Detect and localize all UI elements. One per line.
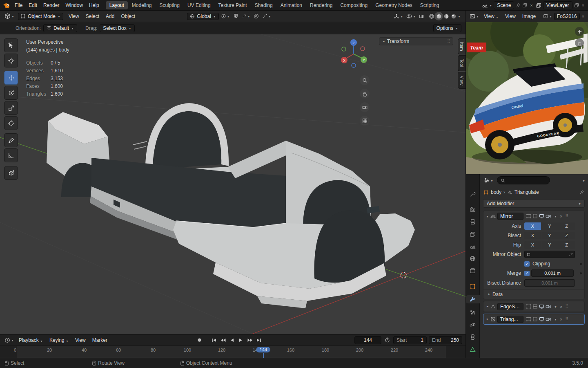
pan-hand-icon[interactable] (360, 89, 370, 99)
animate-dot[interactable] (580, 263, 582, 265)
breadcrumb-modifier[interactable]: Triangulate (514, 189, 539, 195)
workspace-tab-compositing[interactable]: Compositing (336, 1, 371, 9)
orientation-default-dropdown[interactable]: Default ▼ (43, 24, 77, 32)
viewlayer-icon[interactable] (536, 2, 541, 8)
eyedropper-icon[interactable] (568, 252, 573, 257)
new-scene-icon[interactable] (522, 3, 527, 8)
workspace-tab-geometry-nodes[interactable]: Geometry Nodes (372, 1, 416, 9)
drag-mode-dropdown[interactable]: Select Box ▼ (100, 24, 134, 32)
add-modifier-dropdown[interactable]: Add Modifier ▼ (483, 199, 585, 208)
snap-magnet-icon[interactable] (232, 13, 240, 20)
editor-type-image-icon[interactable]: ▼ (468, 13, 480, 20)
delete-modifier-icon[interactable]: × (559, 304, 564, 309)
sidebar-tab-view[interactable]: View (458, 72, 466, 89)
playhead-badge[interactable]: 144 (256, 347, 270, 352)
drag-handle-icon[interactable]: ⠿ (565, 213, 568, 219)
play-reverse-icon[interactable] (228, 337, 236, 344)
scene-name-field[interactable]: Scene (494, 1, 514, 9)
tool-annotate[interactable] (4, 133, 18, 147)
mirror-modifier-header[interactable]: ▼ Mirror ▼ × ⠿ (483, 211, 584, 221)
menu-object[interactable]: Object (118, 13, 138, 20)
merge-checkbox[interactable]: ✓ (524, 271, 530, 276)
menu-view[interactable]: View (66, 13, 82, 20)
playhead-line[interactable] (263, 353, 264, 358)
chevron-down-icon[interactable]: ▼ (582, 180, 585, 182)
tab-world[interactable] (468, 255, 478, 262)
editor-type-properties-icon[interactable]: ▼ (483, 177, 494, 184)
flip-z-toggle[interactable]: Z (558, 241, 575, 249)
menu-add[interactable]: Add (103, 13, 117, 20)
tab-scene[interactable] (468, 243, 478, 249)
tool-select-box[interactable] (4, 38, 18, 52)
bisect-z-toggle[interactable]: Z (558, 232, 575, 239)
workspace-tab-sculpting[interactable]: Sculpting (156, 1, 183, 9)
drag-handle-icon[interactable]: ⠿ (565, 304, 568, 309)
xray-toggle-icon[interactable] (418, 13, 426, 20)
image-mode-dropdown[interactable]: View ▼ (481, 13, 501, 20)
clipping-checkbox[interactable]: ✓ (524, 261, 530, 267)
chevron-down-icon[interactable]: ▼ (486, 215, 489, 218)
menu-help[interactable]: Help (86, 2, 102, 9)
axis-z-toggle[interactable]: Z (558, 222, 575, 230)
frame-end-field[interactable]: End250 (429, 336, 462, 344)
toggle-edit-mode-icon[interactable] (532, 316, 538, 322)
shading-rendered-icon[interactable] (450, 13, 457, 19)
data-subsection[interactable]: ▼ Data (483, 289, 584, 299)
mirror-object-field[interactable] (524, 251, 575, 258)
tab-output[interactable] (468, 218, 478, 225)
proportional-falloff-dropdown[interactable]: ▼ (261, 13, 272, 20)
image-datablock-icon[interactable]: ▼ (542, 13, 553, 20)
transform-orientation-dropdown[interactable]: Global ▼ (187, 13, 219, 20)
sidebar-tab-tool[interactable]: Tool (458, 55, 466, 71)
snap-settings-dropdown[interactable]: ▼ (241, 13, 252, 20)
menu-image-view[interactable]: View (502, 13, 519, 20)
image-pan-hand-icon[interactable] (575, 38, 584, 47)
blender-logo-icon[interactable] (2, 2, 10, 9)
toggle-realtime-icon[interactable] (539, 213, 544, 219)
toggle-on-cage-icon[interactable] (526, 213, 531, 219)
editor-type-timeline-icon[interactable]: ▼ (3, 337, 15, 344)
triangulate-modifier-header[interactable]: ▼ Triang... ▼ × ⠿ (483, 314, 584, 324)
workspace-tab-texture-paint[interactable]: Texture Paint (215, 1, 251, 9)
next-keyframe-icon[interactable] (246, 337, 254, 344)
zoom-icon[interactable] (360, 75, 370, 85)
menu-tl-view[interactable]: View (72, 337, 89, 344)
auto-keying-record-icon[interactable] (195, 337, 203, 344)
toggle-ortho-icon[interactable] (360, 116, 370, 126)
mode-dropdown[interactable]: Object Mode ▼ (18, 13, 63, 20)
new-viewlayer-icon[interactable] (574, 3, 579, 8)
toggle-realtime-icon[interactable] (539, 316, 544, 322)
toggle-render-icon[interactable] (546, 304, 551, 309)
axis-y-toggle[interactable]: Y (541, 222, 558, 230)
modifier-name-field[interactable]: Mirror (497, 213, 523, 220)
image-editor-view[interactable]: Team Castrol GOODYEAR (466, 22, 588, 174)
shading-solid-icon[interactable] (436, 13, 442, 19)
toggle-edit-mode-icon[interactable] (532, 213, 538, 219)
stopwatch-icon[interactable] (383, 337, 391, 343)
menu-render[interactable]: Render (40, 2, 62, 9)
workspace-tab-rendering[interactable]: Rendering (306, 1, 336, 9)
modifier-extras-dropdown[interactable]: ▼ (554, 305, 557, 308)
close-scene-icon[interactable]: × (529, 3, 534, 8)
workspace-tab-scripting[interactable]: Scripting (416, 1, 443, 9)
pin-icon[interactable] (579, 190, 584, 195)
menu-playback[interactable]: Playback ▼ (16, 337, 46, 344)
workspace-tab-layout[interactable]: Layout (106, 1, 128, 9)
close-viewlayer-icon[interactable]: × (581, 3, 586, 8)
editor-type-3dview-icon[interactable]: ▼ (3, 12, 16, 20)
chevron-down-icon[interactable]: ▼ (458, 15, 461, 18)
tab-modifiers[interactable] (466, 295, 480, 303)
menu-image[interactable]: Image (519, 13, 539, 20)
modifier-extras-dropdown[interactable]: ▼ (554, 318, 557, 321)
toggle-render-icon[interactable] (546, 316, 551, 322)
drag-handle-icon[interactable]: ⠿ (447, 39, 450, 44)
modifier-name-field[interactable]: EdgeSplit (497, 303, 523, 310)
toggle-render-icon[interactable] (546, 213, 551, 219)
bisect-x-toggle[interactable]: X (524, 232, 541, 239)
image-name-field[interactable]: FoS2016 (554, 13, 580, 20)
transform-panel-header[interactable]: ▼ Transform ⠿ (379, 37, 453, 45)
modifier-name-field[interactable]: Triang... (497, 316, 523, 323)
unlink-image-icon[interactable]: × (581, 14, 586, 19)
delete-modifier-icon[interactable]: × (559, 317, 564, 322)
merge-threshold-field[interactable]: 0.001 m (531, 269, 574, 277)
